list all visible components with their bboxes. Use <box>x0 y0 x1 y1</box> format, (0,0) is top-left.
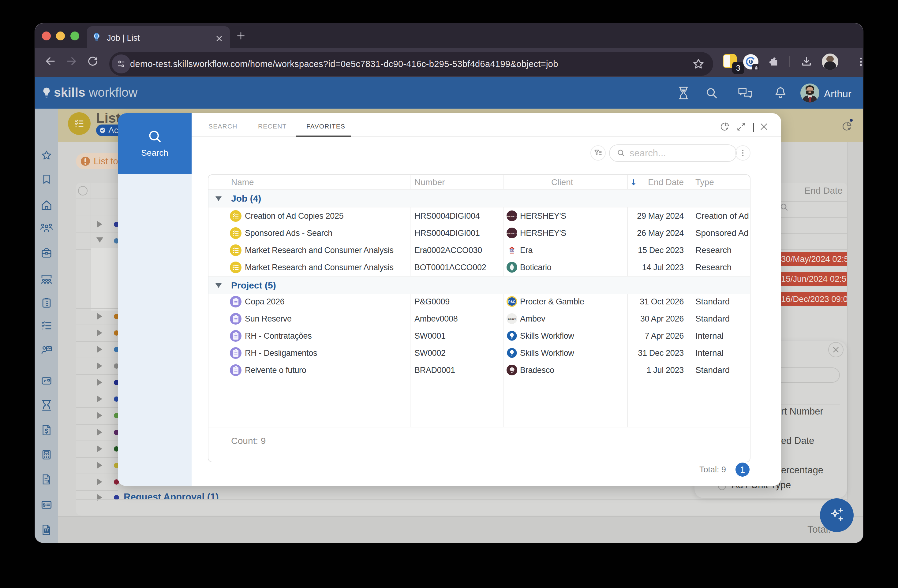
svg-text:ERA: ERA <box>510 250 515 252</box>
svg-text:HERSHEY'S: HERSHEY'S <box>507 232 517 234</box>
svg-text:ambev: ambev <box>508 318 516 320</box>
svg-text:HERSHEY'S: HERSHEY'S <box>507 215 517 217</box>
svg-text:P&G: P&G <box>508 300 516 304</box>
